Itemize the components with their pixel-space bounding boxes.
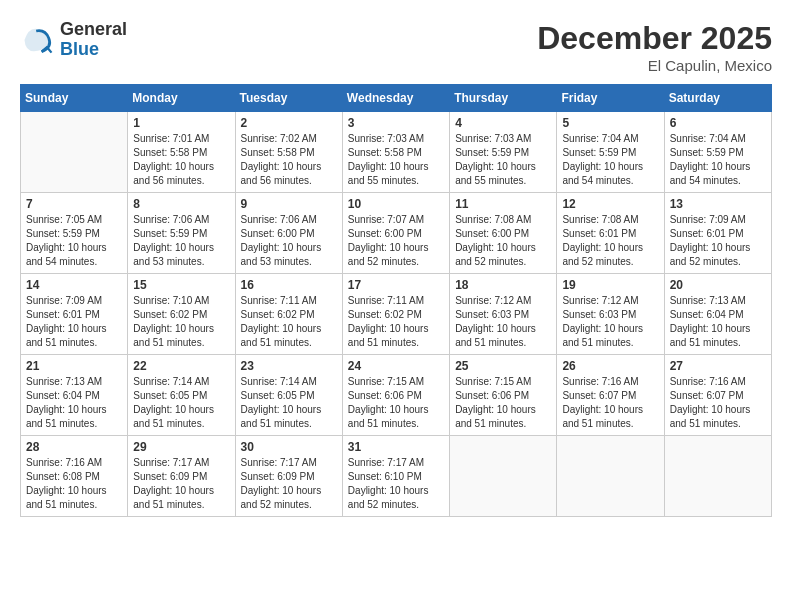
day-number: 11 <box>455 197 551 211</box>
weekday-header-friday: Friday <box>557 85 664 112</box>
day-cell-25: 25Sunrise: 7:15 AMSunset: 6:06 PMDayligh… <box>450 355 557 436</box>
day-number: 23 <box>241 359 337 373</box>
day-cell-27: 27Sunrise: 7:16 AMSunset: 6:07 PMDayligh… <box>664 355 771 436</box>
day-number: 31 <box>348 440 444 454</box>
empty-cell <box>450 436 557 517</box>
day-info: Sunrise: 7:13 AMSunset: 6:04 PMDaylight:… <box>670 294 766 350</box>
week-row-1: 1Sunrise: 7:01 AMSunset: 5:58 PMDaylight… <box>21 112 772 193</box>
logo: General Blue <box>20 20 127 60</box>
weekday-header-wednesday: Wednesday <box>342 85 449 112</box>
location-title: El Capulin, Mexico <box>537 57 772 74</box>
day-cell-19: 19Sunrise: 7:12 AMSunset: 6:03 PMDayligh… <box>557 274 664 355</box>
day-info: Sunrise: 7:06 AMSunset: 6:00 PMDaylight:… <box>241 213 337 269</box>
week-row-2: 7Sunrise: 7:05 AMSunset: 5:59 PMDaylight… <box>21 193 772 274</box>
day-cell-12: 12Sunrise: 7:08 AMSunset: 6:01 PMDayligh… <box>557 193 664 274</box>
day-info: Sunrise: 7:10 AMSunset: 6:02 PMDaylight:… <box>133 294 229 350</box>
week-row-3: 14Sunrise: 7:09 AMSunset: 6:01 PMDayligh… <box>21 274 772 355</box>
day-cell-21: 21Sunrise: 7:13 AMSunset: 6:04 PMDayligh… <box>21 355 128 436</box>
day-info: Sunrise: 7:09 AMSunset: 6:01 PMDaylight:… <box>670 213 766 269</box>
day-number: 4 <box>455 116 551 130</box>
title-area: December 2025 El Capulin, Mexico <box>537 20 772 74</box>
day-info: Sunrise: 7:05 AMSunset: 5:59 PMDaylight:… <box>26 213 122 269</box>
day-number: 29 <box>133 440 229 454</box>
day-cell-17: 17Sunrise: 7:11 AMSunset: 6:02 PMDayligh… <box>342 274 449 355</box>
day-info: Sunrise: 7:16 AMSunset: 6:08 PMDaylight:… <box>26 456 122 512</box>
day-number: 7 <box>26 197 122 211</box>
day-cell-31: 31Sunrise: 7:17 AMSunset: 6:10 PMDayligh… <box>342 436 449 517</box>
day-info: Sunrise: 7:01 AMSunset: 5:58 PMDaylight:… <box>133 132 229 188</box>
day-info: Sunrise: 7:03 AMSunset: 5:58 PMDaylight:… <box>348 132 444 188</box>
day-cell-14: 14Sunrise: 7:09 AMSunset: 6:01 PMDayligh… <box>21 274 128 355</box>
day-info: Sunrise: 7:04 AMSunset: 5:59 PMDaylight:… <box>670 132 766 188</box>
day-cell-5: 5Sunrise: 7:04 AMSunset: 5:59 PMDaylight… <box>557 112 664 193</box>
day-number: 15 <box>133 278 229 292</box>
day-number: 12 <box>562 197 658 211</box>
empty-cell <box>664 436 771 517</box>
day-info: Sunrise: 7:12 AMSunset: 6:03 PMDaylight:… <box>455 294 551 350</box>
day-number: 8 <box>133 197 229 211</box>
day-cell-7: 7Sunrise: 7:05 AMSunset: 5:59 PMDaylight… <box>21 193 128 274</box>
day-info: Sunrise: 7:17 AMSunset: 6:10 PMDaylight:… <box>348 456 444 512</box>
day-cell-24: 24Sunrise: 7:15 AMSunset: 6:06 PMDayligh… <box>342 355 449 436</box>
day-info: Sunrise: 7:08 AMSunset: 6:00 PMDaylight:… <box>455 213 551 269</box>
day-info: Sunrise: 7:12 AMSunset: 6:03 PMDaylight:… <box>562 294 658 350</box>
day-number: 13 <box>670 197 766 211</box>
logo-icon <box>20 22 56 58</box>
day-number: 5 <box>562 116 658 130</box>
day-number: 26 <box>562 359 658 373</box>
day-number: 19 <box>562 278 658 292</box>
day-cell-16: 16Sunrise: 7:11 AMSunset: 6:02 PMDayligh… <box>235 274 342 355</box>
day-cell-6: 6Sunrise: 7:04 AMSunset: 5:59 PMDaylight… <box>664 112 771 193</box>
day-cell-28: 28Sunrise: 7:16 AMSunset: 6:08 PMDayligh… <box>21 436 128 517</box>
day-cell-8: 8Sunrise: 7:06 AMSunset: 5:59 PMDaylight… <box>128 193 235 274</box>
day-info: Sunrise: 7:16 AMSunset: 6:07 PMDaylight:… <box>670 375 766 431</box>
day-cell-11: 11Sunrise: 7:08 AMSunset: 6:00 PMDayligh… <box>450 193 557 274</box>
day-number: 17 <box>348 278 444 292</box>
day-info: Sunrise: 7:07 AMSunset: 6:00 PMDaylight:… <box>348 213 444 269</box>
weekday-header-sunday: Sunday <box>21 85 128 112</box>
day-number: 9 <box>241 197 337 211</box>
day-number: 24 <box>348 359 444 373</box>
day-info: Sunrise: 7:14 AMSunset: 6:05 PMDaylight:… <box>133 375 229 431</box>
day-number: 2 <box>241 116 337 130</box>
day-info: Sunrise: 7:09 AMSunset: 6:01 PMDaylight:… <box>26 294 122 350</box>
day-number: 6 <box>670 116 766 130</box>
day-cell-2: 2Sunrise: 7:02 AMSunset: 5:58 PMDaylight… <box>235 112 342 193</box>
day-info: Sunrise: 7:11 AMSunset: 6:02 PMDaylight:… <box>348 294 444 350</box>
day-cell-15: 15Sunrise: 7:10 AMSunset: 6:02 PMDayligh… <box>128 274 235 355</box>
day-info: Sunrise: 7:17 AMSunset: 6:09 PMDaylight:… <box>241 456 337 512</box>
day-cell-18: 18Sunrise: 7:12 AMSunset: 6:03 PMDayligh… <box>450 274 557 355</box>
empty-cell <box>557 436 664 517</box>
weekday-header-monday: Monday <box>128 85 235 112</box>
day-cell-29: 29Sunrise: 7:17 AMSunset: 6:09 PMDayligh… <box>128 436 235 517</box>
day-cell-23: 23Sunrise: 7:14 AMSunset: 6:05 PMDayligh… <box>235 355 342 436</box>
day-number: 20 <box>670 278 766 292</box>
day-number: 1 <box>133 116 229 130</box>
day-number: 28 <box>26 440 122 454</box>
day-info: Sunrise: 7:17 AMSunset: 6:09 PMDaylight:… <box>133 456 229 512</box>
day-number: 30 <box>241 440 337 454</box>
day-cell-30: 30Sunrise: 7:17 AMSunset: 6:09 PMDayligh… <box>235 436 342 517</box>
empty-cell <box>21 112 128 193</box>
day-info: Sunrise: 7:03 AMSunset: 5:59 PMDaylight:… <box>455 132 551 188</box>
day-number: 18 <box>455 278 551 292</box>
calendar-table: SundayMondayTuesdayWednesdayThursdayFrid… <box>20 84 772 517</box>
week-row-4: 21Sunrise: 7:13 AMSunset: 6:04 PMDayligh… <box>21 355 772 436</box>
weekday-header-tuesday: Tuesday <box>235 85 342 112</box>
day-number: 22 <box>133 359 229 373</box>
day-number: 16 <box>241 278 337 292</box>
weekday-header-thursday: Thursday <box>450 85 557 112</box>
day-cell-1: 1Sunrise: 7:01 AMSunset: 5:58 PMDaylight… <box>128 112 235 193</box>
day-cell-20: 20Sunrise: 7:13 AMSunset: 6:04 PMDayligh… <box>664 274 771 355</box>
day-number: 27 <box>670 359 766 373</box>
day-number: 21 <box>26 359 122 373</box>
day-cell-26: 26Sunrise: 7:16 AMSunset: 6:07 PMDayligh… <box>557 355 664 436</box>
weekday-header-row: SundayMondayTuesdayWednesdayThursdayFrid… <box>21 85 772 112</box>
day-number: 3 <box>348 116 444 130</box>
day-info: Sunrise: 7:13 AMSunset: 6:04 PMDaylight:… <box>26 375 122 431</box>
week-row-5: 28Sunrise: 7:16 AMSunset: 6:08 PMDayligh… <box>21 436 772 517</box>
day-number: 14 <box>26 278 122 292</box>
logo-general: General <box>60 19 127 39</box>
day-cell-9: 9Sunrise: 7:06 AMSunset: 6:00 PMDaylight… <box>235 193 342 274</box>
day-info: Sunrise: 7:06 AMSunset: 5:59 PMDaylight:… <box>133 213 229 269</box>
